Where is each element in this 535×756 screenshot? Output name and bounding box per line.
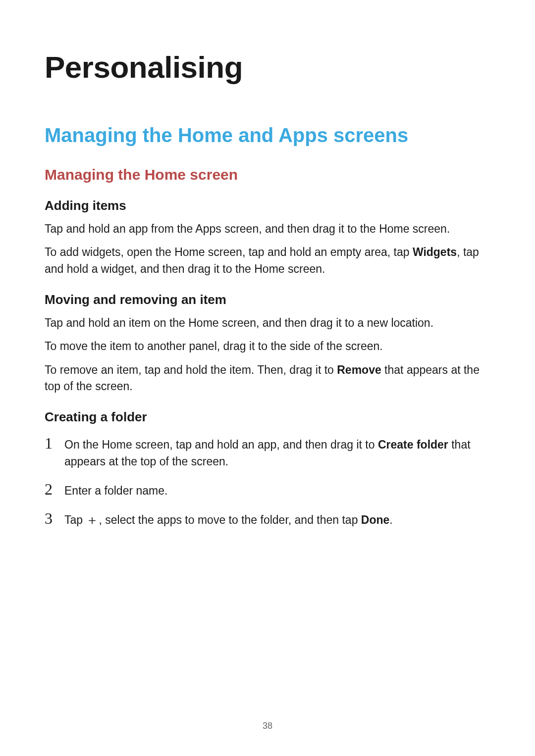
moving-removing-paragraph-3: To remove an item, tap and hold the item… (45, 362, 490, 395)
creating-folder-steps: 1 On the Home screen, tap and hold an ap… (45, 435, 490, 528)
done-bold-text: Done (361, 513, 390, 526)
page-number: 38 (0, 721, 535, 731)
adding-items-paragraph-1: Tap and hold an app from the Apps screen… (45, 221, 490, 237)
create-folder-bold-text: Create folder (378, 438, 448, 451)
text-fragment: On the Home screen, tap and hold an app,… (64, 438, 378, 451)
text-fragment: Tap (64, 513, 86, 526)
widgets-bold-text: Widgets (413, 246, 457, 258)
step-3: 3 Tap ＋, select the apps to move to the … (45, 510, 490, 528)
page-title: Personalising (45, 50, 490, 85)
moving-removing-paragraph-1: Tap and hold an item on the Home screen,… (45, 315, 490, 331)
step-2: 2 Enter a folder name. (45, 481, 490, 499)
step-number: 3 (45, 510, 64, 527)
step-1: 1 On the Home screen, tap and hold an ap… (45, 435, 490, 470)
step-content: Enter a folder name. (64, 481, 490, 499)
remove-bold-text: Remove (337, 363, 381, 376)
topic-creating-folder-heading: Creating a folder (45, 409, 490, 425)
text-fragment: To add widgets, open the Home screen, ta… (45, 246, 413, 258)
text-fragment: To remove an item, tap and hold the item… (45, 363, 337, 376)
subsection-heading: Managing the Home screen (45, 166, 490, 183)
step-number: 1 (45, 435, 64, 452)
section-heading: Managing the Home and Apps screens (45, 124, 490, 147)
step-content: Tap ＋, select the apps to move to the fo… (64, 510, 490, 528)
step-number: 2 (45, 481, 64, 498)
topic-moving-removing-heading: Moving and removing an item (45, 292, 490, 307)
text-fragment: . (389, 513, 392, 526)
plus-icon: ＋ (86, 513, 99, 526)
adding-items-paragraph-2: To add widgets, open the Home screen, ta… (45, 244, 490, 277)
moving-removing-paragraph-2: To move the item to another panel, drag … (45, 338, 490, 354)
text-fragment: , select the apps to move to the folder,… (99, 513, 361, 526)
topic-adding-items-heading: Adding items (45, 198, 490, 213)
step-content: On the Home screen, tap and hold an app,… (64, 435, 490, 470)
